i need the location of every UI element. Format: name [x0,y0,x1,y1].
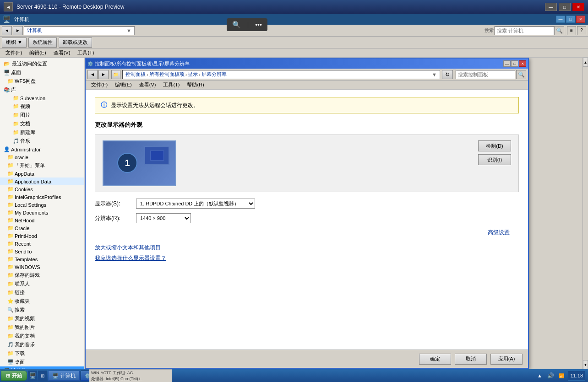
sidebar-item-music[interactable]: 🎵音乐 [0,137,84,145]
inner-refresh-btn[interactable]: ↻ [442,70,453,79]
system-properties-btn[interactable]: 系统属性 [28,38,57,48]
sidebar-item-appdata[interactable]: 📁AppData [0,170,84,178]
inner-search-input[interactable] [456,70,515,79]
scroll-down-btn[interactable]: ▼ [583,360,588,369]
sidebar-item-video[interactable]: 📁视频 [0,102,84,111]
sidebar-item-savedgames[interactable]: 📁保存的游戏 [0,271,84,280]
sidebar-item-desktop[interactable]: 🖥️桌面 [0,68,84,77]
link-display-settings[interactable]: 我应该选择什么显示器设置？ [95,254,519,262]
inner-close-btn[interactable]: ✕ [519,60,526,67]
task-icon1[interactable]: ⊞ [38,371,47,381]
path-display[interactable]: 显示 [188,71,198,78]
start-button[interactable]: ⊞ 开始 [1,371,27,381]
inner-menu-help[interactable]: 帮助(H) [183,81,207,89]
taskbar-computer-btn[interactable]: 🖥️ 计算机 [48,371,80,381]
inner-menu-view[interactable]: 查看(V) [136,81,160,89]
advanced-link[interactable]: 高级设置 [95,229,510,237]
sidebar-item-myvideo[interactable]: 📁我的视频 [0,314,84,323]
sidebar-item-mypics[interactable]: 📁我的图片 [0,323,84,332]
nav-back-btn[interactable]: ◄ [2,26,12,35]
detect-btn[interactable]: 检测(D) [478,140,511,151]
menu-view[interactable]: 查看(V) [50,48,74,57]
inner-path-display[interactable]: 控制面板 › 所有控制面板项 › 显示 › 屏幕分辨率 ▼ [122,70,440,79]
inner-restore-btn[interactable]: □ [511,60,518,67]
sidebar-item-library[interactable]: 📚库 [0,86,84,94]
sidebar-item-desktop2[interactable]: 🖥️桌面 [0,358,84,366]
sidebar-item-docs[interactable]: 📁文档 [0,119,84,128]
link-text-size[interactable]: 放大或缩小文本和其他项目 [95,244,519,252]
inner-minimize-btn[interactable]: — [503,60,511,67]
sidebar-item-intel[interactable]: 📁IntelGraphicsProfiles [0,193,84,201]
menu-tools[interactable]: 工具(T) [74,48,98,57]
address-dropdown-icon[interactable]: ▼ [126,28,131,33]
scroll-up-btn[interactable]: ▲ [583,58,588,67]
sidebar-item-application-data[interactable]: 📁Application Data [0,178,84,185]
sidebar-item-windows[interactable]: 📁WINDOWS [0,263,84,271]
sidebar-item-startmenu[interactable]: 📁「开始」菜单 [0,161,84,170]
menu-file[interactable]: 文件(F) [2,48,26,57]
outer-address-input[interactable]: 计算机 ▼ [24,26,135,35]
ok-btn[interactable]: 确定 [419,354,451,365]
identify-btn[interactable]: 识别(I) [478,154,511,165]
sidebar-item-wfs[interactable]: 📁WFS网盘 [0,77,84,86]
sidebar-item-subversion[interactable]: 📁Subversion [0,94,84,102]
path-cp[interactable]: 控制面板 [125,71,146,78]
sidebar-item-newlib[interactable]: 📁新建库 [0,128,84,137]
view-toggle-btn[interactable]: ≡ [567,26,576,35]
path-resolution[interactable]: 屏幕分辨率 [201,71,227,78]
exp-minimize-btn[interactable]: — [556,16,565,23]
uninstall-btn[interactable]: 卸载或更改 [59,38,92,48]
menu-edit[interactable]: 编辑(E) [26,48,50,57]
sidebar-item-downloads[interactable]: 📁下载 [0,349,84,358]
show-desktop-btn[interactable]: 🖥️ [28,371,37,381]
sidebar-item-contacts[interactable]: 📁联系人 [0,280,84,288]
tray-clock[interactable]: 11:18 [568,371,585,381]
back-button[interactable]: ◄ [4,2,13,11]
sidebar-item-sendto[interactable]: 📁SendTo [0,247,84,255]
sidebar-item-pictures[interactable]: 📁图片 [0,111,84,119]
sidebar-item-links[interactable]: 📁链接 [0,288,84,297]
sidebar-recent[interactable]: 📂 最近访问的位置 [0,59,84,68]
maximize-button[interactable]: □ [559,3,571,11]
outer-search-input[interactable] [495,26,554,35]
sidebar-item-oracle-lc[interactable]: 📁oracle [0,153,84,161]
outer-search-btn[interactable]: 🔍 [554,26,564,35]
exp-close-btn[interactable]: ✕ [576,16,585,23]
tray-expand-btn[interactable]: ▲ [535,371,544,381]
help-btn[interactable]: ? [577,26,586,35]
sidebar-item-mydocs[interactable]: 📁My Documents [0,209,84,216]
minimize-button[interactable]: — [545,3,557,11]
close-button[interactable]: ✕ [572,3,584,11]
sidebar-item-search[interactable]: 🔍搜索 [0,306,84,314]
sidebar-item-mymusic[interactable]: 🎵我的音乐 [0,340,84,349]
display-select[interactable]: 1. RDPDD Chained DD 上的（默认监视器） [136,199,255,209]
sidebar-item-templates[interactable]: 📁Templates [0,255,84,263]
sidebar-item-admin[interactable]: 👤Administrator [0,145,84,153]
inner-search-btn[interactable]: 🔍 [516,70,526,79]
sidebar-item-oracle-uc[interactable]: 📁Oracle [0,224,84,232]
resolution-select[interactable]: 1440 × 900 [136,213,191,223]
sidebar-item-recent[interactable]: 📁Recent [0,240,84,247]
nav-forward-btn[interactable]: ► [13,26,23,35]
path-dropdown-icon[interactable]: ▼ [432,72,437,77]
exp-maximize-btn[interactable]: □ [566,16,575,23]
sidebar-item-favorites[interactable]: ⭐收藏夹 [0,297,84,306]
cancel-btn[interactable]: 取消 [455,354,487,365]
sidebar-item-nethood[interactable]: 📁NetHood [0,216,84,224]
organize-btn[interactable]: 组织 ▼ [2,38,27,48]
zoom-icon[interactable]: 🔍 [232,21,241,29]
more-options-icon[interactable]: ••• [255,21,262,28]
sidebar-item-localsettings[interactable]: 📁Local Settings [0,201,84,209]
sidebar-item-cookies[interactable]: 📁Cookies [0,185,84,193]
apply-btn[interactable]: 应用(A) [490,354,523,365]
path-all[interactable]: 所有控制面板项 [149,71,185,78]
sidebar-item-mydocs2[interactable]: 📁我的文档 [0,332,84,340]
inner-menu-file[interactable]: 文件(F) [87,81,111,89]
tray-volume-icon[interactable]: 🔊 [546,371,555,381]
tray-network-icon[interactable]: 📶 [557,371,566,381]
inner-menu-tools[interactable]: 工具(T) [159,81,183,89]
inner-back-btn[interactable]: ◄ [87,70,98,79]
sidebar-item-printhood[interactable]: 📁PrintHood [0,232,84,240]
inner-menu-edit[interactable]: 编辑(E) [111,81,136,89]
inner-forward-btn[interactable]: ► [98,70,109,79]
